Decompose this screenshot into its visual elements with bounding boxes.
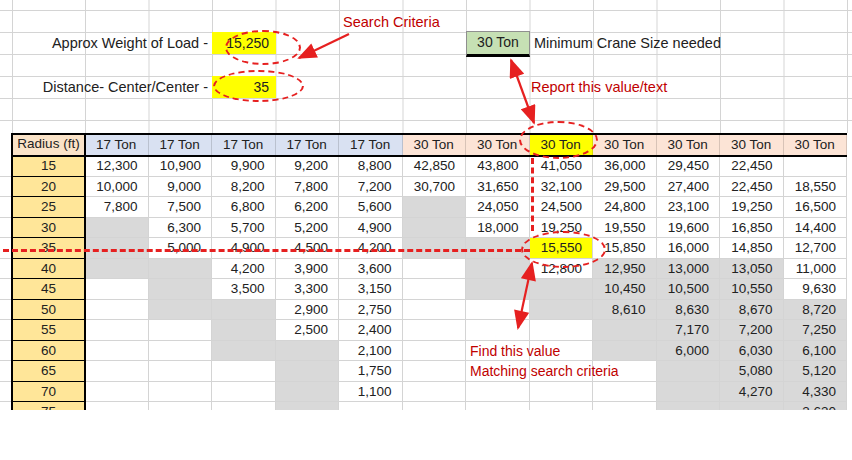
cell[interactable]: 4,900 <box>339 218 403 239</box>
cell[interactable] <box>466 320 530 341</box>
cell[interactable] <box>403 361 467 382</box>
cell[interactable] <box>85 341 149 362</box>
cell[interactable] <box>593 382 657 403</box>
radius-cell[interactable]: 75 <box>12 402 85 410</box>
cell[interactable] <box>530 402 594 410</box>
cell[interactable]: 7,800 <box>85 197 149 218</box>
cell[interactable]: 42,850 <box>403 156 467 177</box>
cell[interactable]: 6,200 <box>276 197 340 218</box>
cell[interactable]: 8,200 <box>212 177 276 198</box>
col-header[interactable]: 17 Ton <box>85 133 149 156</box>
cell[interactable] <box>339 402 403 410</box>
col-header[interactable]: 17 Ton <box>339 133 403 156</box>
cell[interactable] <box>403 300 467 321</box>
cell[interactable]: 23,100 <box>657 197 721 218</box>
cell[interactable]: 13,050 <box>720 259 784 280</box>
cell[interactable] <box>149 361 213 382</box>
cell[interactable] <box>212 320 276 341</box>
cell[interactable]: 1,100 <box>339 382 403 403</box>
cell[interactable]: 3,600 <box>339 259 403 280</box>
col-header[interactable]: 30 Ton <box>720 133 784 156</box>
radius-cell[interactable]: 70 <box>12 382 85 403</box>
cell[interactable] <box>276 382 340 403</box>
cell[interactable] <box>276 361 340 382</box>
cell[interactable]: 18,000 <box>466 218 530 239</box>
cell[interactable] <box>530 300 594 321</box>
cell[interactable] <box>784 156 848 177</box>
cell[interactable]: 6,100 <box>784 341 848 362</box>
radius-cell[interactable]: 65 <box>12 361 85 382</box>
cell[interactable]: 29,500 <box>593 177 657 198</box>
cell[interactable] <box>212 382 276 403</box>
cell[interactable]: 8,610 <box>593 300 657 321</box>
cell[interactable] <box>657 361 721 382</box>
cell[interactable] <box>85 259 149 280</box>
cell[interactable] <box>466 402 530 410</box>
cell[interactable] <box>593 341 657 362</box>
cell[interactable]: 2,400 <box>339 320 403 341</box>
col-header[interactable]: 17 Ton <box>149 133 213 156</box>
cell[interactable]: 9,900 <box>212 156 276 177</box>
cell[interactable]: 43,800 <box>466 156 530 177</box>
cell[interactable] <box>593 320 657 341</box>
cell[interactable]: 14,400 <box>784 218 848 239</box>
col-header[interactable]: 30 Ton <box>657 133 721 156</box>
cell[interactable]: 31,650 <box>466 177 530 198</box>
cell[interactable]: 7,500 <box>149 197 213 218</box>
cell[interactable]: 4,330 <box>784 382 848 403</box>
cell[interactable]: 5,120 <box>784 361 848 382</box>
radius-cell[interactable]: 15 <box>12 156 85 177</box>
cell[interactable] <box>212 402 276 410</box>
cell[interactable] <box>657 402 721 410</box>
cell[interactable] <box>466 382 530 403</box>
cell[interactable] <box>85 279 149 300</box>
cell[interactable]: 3,300 <box>276 279 340 300</box>
cell[interactable] <box>403 320 467 341</box>
radius-cell[interactable]: 45 <box>12 279 85 300</box>
cell[interactable]: 12,300 <box>85 156 149 177</box>
cell[interactable]: 3,630 <box>784 402 848 410</box>
cell[interactable]: 12,700 <box>784 238 848 259</box>
cell[interactable] <box>212 300 276 321</box>
cell[interactable]: 6,800 <box>212 197 276 218</box>
cell[interactable] <box>276 402 340 410</box>
cell[interactable]: 16,000 <box>657 238 721 259</box>
cell[interactable]: 7,800 <box>276 177 340 198</box>
cell[interactable]: 10,550 <box>720 279 784 300</box>
cell[interactable]: 24,050 <box>466 197 530 218</box>
col-header[interactable]: 30 Ton <box>593 133 657 156</box>
cell[interactable]: 7,250 <box>784 320 848 341</box>
cell[interactable]: 6,030 <box>720 341 784 362</box>
cell[interactable]: 29,450 <box>657 156 721 177</box>
cell[interactable] <box>85 402 149 410</box>
cell[interactable]: 5,080 <box>720 361 784 382</box>
cell[interactable] <box>149 300 213 321</box>
cell[interactable]: 10,500 <box>657 279 721 300</box>
col-header[interactable]: 17 Ton <box>212 133 276 156</box>
cell[interactable] <box>466 279 530 300</box>
cell[interactable] <box>149 320 213 341</box>
cell[interactable] <box>403 197 467 218</box>
cell[interactable]: 8,630 <box>657 300 721 321</box>
cell[interactable]: 36,000 <box>593 156 657 177</box>
cell[interactable] <box>593 402 657 410</box>
cell[interactable]: 9,000 <box>149 177 213 198</box>
cell[interactable] <box>403 402 467 410</box>
cell[interactable] <box>212 361 276 382</box>
cell[interactable] <box>149 279 213 300</box>
crane-size-result-cell[interactable]: 30 Ton <box>466 31 530 57</box>
cell[interactable]: 5,700 <box>212 218 276 239</box>
cell[interactable] <box>85 320 149 341</box>
cell[interactable]: 16,500 <box>784 197 848 218</box>
cell[interactable] <box>149 341 213 362</box>
col-header[interactable]: 30 Ton <box>784 133 848 156</box>
cell[interactable]: 6,000 <box>657 341 721 362</box>
radius-cell[interactable]: 50 <box>12 300 85 321</box>
cell[interactable] <box>403 259 467 280</box>
cell[interactable]: 2,100 <box>339 341 403 362</box>
cell[interactable] <box>403 279 467 300</box>
cell[interactable]: 2,500 <box>276 320 340 341</box>
cell[interactable]: 18,550 <box>784 177 848 198</box>
cell[interactable]: 10,000 <box>85 177 149 198</box>
cell[interactable]: 24,500 <box>530 197 594 218</box>
